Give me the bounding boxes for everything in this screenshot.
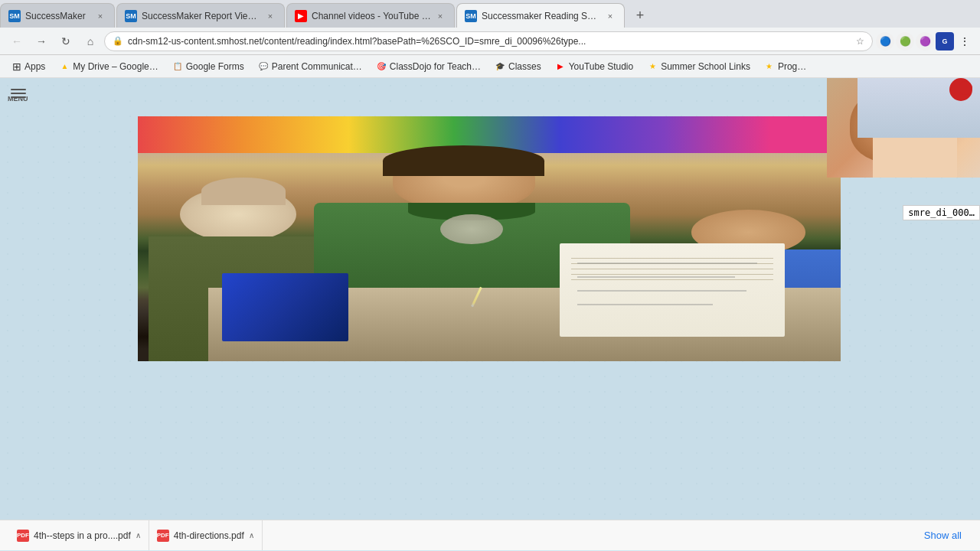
bookmark-star-icon: ☆ [856, 36, 864, 47]
bookmark-classes-label: Classes [508, 61, 541, 72]
tab-close-4[interactable]: × [604, 10, 616, 22]
apps-grid-icon: ⊞ [12, 60, 21, 73]
summer-school-icon: ★ [647, 61, 658, 72]
tab-favicon-4: SM [465, 10, 477, 22]
student-left-hair [201, 178, 286, 205]
bookmark-classes[interactable]: 🎓 Classes [488, 59, 547, 74]
download-chevron-2: ∧ [249, 531, 254, 540]
classroom-image [138, 116, 841, 361]
tab-close-3[interactable]: × [434, 10, 446, 22]
student-center-hair [383, 145, 544, 176]
tab-youtube-studio[interactable]: ▶ Channel videos - YouTube Studio × [286, 3, 455, 28]
sco-id-display: smre_di_000… [903, 205, 980, 220]
google-drive-icon: ▲ [59, 61, 70, 72]
paper-line-5 [571, 279, 773, 280]
recording-indicator [959, 81, 972, 95]
bookmark-classdojo-label: ClassDojo for Teach… [390, 61, 481, 72]
bookmark-prog-label: Prog… [778, 61, 806, 72]
bookmark-youtube-label: YouTube Studio [569, 61, 634, 72]
pdf-icon-1: PDF [17, 530, 29, 542]
bookmark-parent-comm-label: Parent Communicat… [272, 61, 362, 72]
back-button[interactable]: ← [6, 31, 28, 52]
bookmark-prog[interactable]: ★ Prog… [758, 59, 812, 74]
ext-icon-3[interactable]: 🟣 [916, 32, 934, 51]
bookmark-parent-comm[interactable]: 💬 Parent Communicat… [252, 59, 368, 74]
bookmarks-bar: ⊞ Apps ▲ My Drive – Google… 📋 Google For… [0, 55, 980, 78]
apps-menu-button[interactable]: ⊞ Apps [6, 58, 51, 75]
bookmark-google-drive-label: My Drive – Google… [73, 61, 158, 72]
paper-notebook [560, 243, 785, 337]
tab-successmaker[interactable]: SM SuccessMaker × [0, 3, 115, 28]
tab-favicon-1: SM [8, 10, 21, 22]
tab-title-2: SuccessMaker Report Viewer [142, 11, 261, 21]
pdf-icon-2: PDF [157, 530, 169, 542]
download-name-1: 4th--steps in a pro....pdf [34, 530, 131, 541]
tab-sco-viewer[interactable]: SM Successmaker Reading SCO Vie… × [456, 3, 625, 28]
paper-text-4 [577, 304, 712, 305]
tab-favicon-3: ▶ [295, 10, 307, 22]
tab-close-2[interactable]: × [264, 10, 276, 22]
download-bar: PDF 4th--steps in a pro....pdf ∧ PDF 4th… [0, 520, 980, 550]
home-button[interactable]: ⌂ [80, 31, 101, 52]
tab-bar: SM SuccessMaker × SM SuccessMaker Report… [0, 0, 980, 28]
paper-text-2 [577, 276, 735, 278]
classroom-video [138, 116, 841, 361]
classes-icon: 🎓 [495, 61, 505, 72]
download-name-2: 4th-directions.pdf [174, 530, 244, 541]
paper-line-1 [571, 258, 773, 259]
menu-button[interactable] [6, 84, 31, 103]
prog-icon: ★ [764, 61, 775, 72]
binder [222, 273, 348, 342]
paper-line-3 [571, 269, 773, 269]
paper-line-4 [571, 274, 773, 275]
browser-toolbar: ← → ↻ ⌂ 🔒 cdn-sm12-us-content.smhost.net… [0, 28, 980, 55]
camera-video-feed [827, 78, 980, 178]
address-bar[interactable]: 🔒 cdn-sm12-us-content.smhost.net/content… [104, 31, 873, 51]
chrome-menu-icon[interactable]: ⋮ [956, 32, 974, 51]
camera-overlay [827, 78, 980, 178]
bookmark-summer-school-label: Summer School Links [661, 61, 750, 72]
bookmark-google-forms[interactable]: 📋 Google Forms [166, 59, 250, 74]
paper-text-3 [577, 290, 746, 292]
download-item-1[interactable]: PDF 4th--steps in a pro....pdf ∧ [9, 520, 149, 550]
main-content-area: MENU Clo… smre_di_000… [0, 78, 980, 550]
extension-icons: 🔵 🟢 🟣 G ⋮ [876, 32, 974, 51]
tab-title-1: SuccessMaker [25, 11, 91, 21]
paper-text-1 [577, 262, 757, 264]
bookmark-youtube-studio[interactable]: ▶ YouTube Studio [549, 59, 640, 74]
parent-comm-icon: 💬 [258, 61, 269, 72]
new-tab-button[interactable]: + [629, 5, 651, 26]
google-forms-icon: 📋 [172, 61, 183, 72]
forward-button[interactable]: → [31, 31, 52, 52]
student-bg-1-head [440, 214, 504, 244]
tab-title-4: Successmaker Reading SCO Vie… [482, 11, 601, 21]
tab-report-viewer[interactable]: SM SuccessMaker Report Viewer × [116, 3, 285, 28]
bookmark-classdojo[interactable]: 🎯 ClassDojo for Teach… [370, 59, 487, 74]
download-chevron-1: ∧ [136, 531, 141, 540]
ext-icon-1[interactable]: 🔵 [876, 32, 894, 51]
tab-close-1[interactable]: × [94, 10, 106, 22]
apps-label: Apps [24, 61, 45, 72]
lock-icon: 🔒 [113, 36, 123, 46]
reload-button[interactable]: ↻ [55, 31, 77, 52]
sco-id-text: smre_di_000… [908, 207, 975, 218]
bookmark-summer-school[interactable]: ★ Summer School Links [641, 59, 756, 74]
download-item-2[interactable]: PDF 4th-directions.pdf ∧ [149, 520, 263, 550]
tab-title-3: Channel videos - YouTube Studio [312, 11, 431, 21]
url-text: cdn-sm12-us-content.smhost.net/content/r… [128, 36, 851, 47]
tab-favicon-2: SM [125, 10, 137, 22]
youtube-icon: ▶ [555, 61, 566, 72]
ext-icon-4[interactable]: G [936, 32, 954, 51]
classdojo-icon: 🎯 [376, 61, 387, 72]
bookmark-google-drive[interactable]: ▲ My Drive – Google… [53, 59, 164, 74]
show-all-button[interactable]: Show all [915, 520, 971, 550]
ext-icon-2[interactable]: 🟢 [896, 32, 914, 51]
bookmark-google-forms-label: Google Forms [186, 61, 244, 72]
